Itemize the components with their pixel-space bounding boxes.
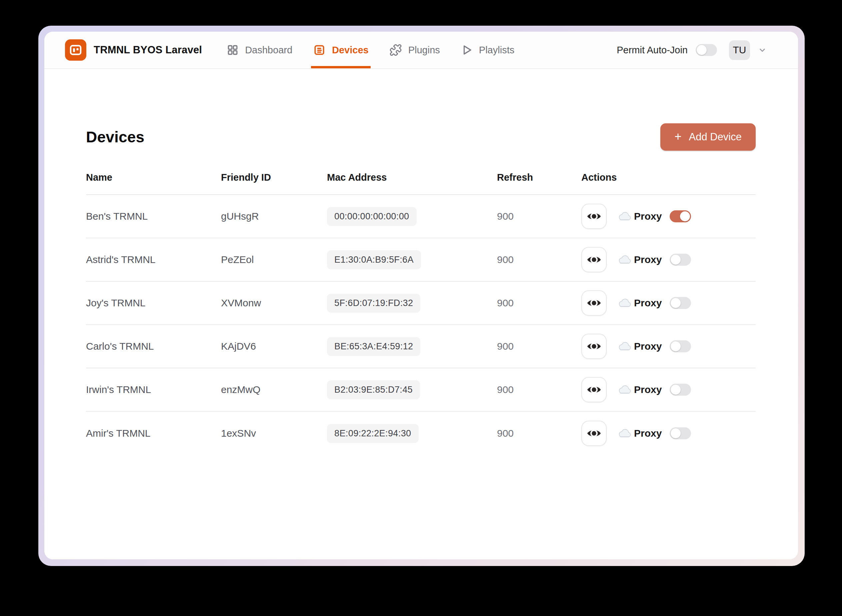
table-row: Irwin's TRMNL enzMwQ B2:03:9E:85:D7:45 9…: [86, 368, 755, 412]
device-table: Name Friendly ID Mac Address Refresh Act…: [86, 172, 755, 455]
topbar-right-cluster: Permit Auto-Join TU: [617, 40, 767, 60]
column-header-name: Name: [86, 172, 221, 183]
add-device-button[interactable]: + Add Device: [660, 123, 755, 151]
device-friendly-id: PeZEol: [221, 254, 327, 265]
table-row: Astrid's TRMNL PeZEol E1:30:0A:B9:5F:6A …: [86, 238, 755, 282]
device-mac: 00:00:00:00:00:00: [327, 207, 417, 226]
proxy-label: Proxy: [634, 254, 662, 265]
device-friendly-id: KAjDV6: [221, 341, 327, 352]
table-row: Carlo's TRMNL KAjDV6 BE:65:3A:E4:59:12 9…: [86, 325, 755, 368]
device-mac: BE:65:3A:E4:59:12: [327, 337, 420, 356]
nav-item-label: Dashboard: [245, 45, 292, 56]
nav-item-label: Devices: [332, 45, 369, 56]
nav-item-dashboard[interactable]: Dashboard: [227, 32, 292, 68]
device-name: Irwin's TRMNL: [86, 384, 221, 395]
eye-icon: [586, 297, 601, 309]
device-actions: Proxy: [581, 334, 755, 359]
device-actions: Proxy: [581, 204, 755, 229]
view-device-button[interactable]: [581, 290, 607, 316]
top-navigation-bar: TRMNL BYOS Laravel Dashboard: [44, 32, 798, 69]
add-device-button-label: Add Device: [689, 131, 742, 143]
eye-icon: [586, 384, 601, 396]
device-mac: 5F:6D:07:19:FD:32: [327, 294, 420, 313]
device-actions: Proxy: [581, 290, 755, 316]
nav-item-label: Plugins: [408, 45, 440, 56]
view-device-button[interactable]: [581, 247, 607, 272]
table-row: Amir's TRMNL 1exSNv 8E:09:22:2E:94:30 90…: [86, 412, 755, 455]
eye-icon: [586, 340, 601, 352]
view-device-button[interactable]: [581, 421, 607, 446]
nav-item-devices[interactable]: Devices: [313, 32, 369, 68]
cloud-icon: [619, 212, 631, 221]
device-table-body: Ben's TRMNL gUHsgR 00:00:00:00:00:00 900: [86, 195, 755, 455]
device-mac: B2:03:9E:85:D7:45: [327, 380, 420, 399]
proxy-toggle[interactable]: [670, 297, 691, 309]
nav-item-playlists[interactable]: Playlists: [461, 32, 514, 68]
device-friendly-id: enzMwQ: [221, 384, 327, 395]
page-header: Devices + Add Device: [86, 123, 755, 151]
device-mac: 8E:09:22:2E:94:30: [327, 424, 419, 443]
device-refresh: 900: [497, 297, 581, 309]
view-device-button[interactable]: [581, 204, 607, 229]
permit-auto-join-label: Permit Auto-Join: [617, 45, 688, 56]
view-device-button[interactable]: [581, 334, 607, 359]
plus-icon: +: [674, 131, 681, 143]
device-name: Joy's TRMNL: [86, 297, 221, 309]
proxy-toggle[interactable]: [670, 427, 691, 439]
proxy-label: Proxy: [634, 341, 662, 352]
app-window: TRMNL BYOS Laravel Dashboard: [38, 26, 805, 566]
proxy-toggle[interactable]: [670, 254, 691, 265]
chevron-down-icon[interactable]: [757, 45, 767, 55]
device-list-icon: [313, 44, 326, 56]
column-header-mac-address: Mac Address: [327, 172, 497, 183]
column-header-actions: Actions: [581, 172, 755, 183]
device-refresh: 900: [497, 341, 581, 352]
proxy-label: Proxy: [634, 297, 662, 309]
proxy-toggle[interactable]: [670, 384, 691, 396]
proxy-toggle[interactable]: [670, 210, 691, 222]
device-actions: Proxy: [581, 421, 755, 446]
proxy-label: Proxy: [634, 211, 662, 222]
trmnl-logo-icon: [65, 39, 87, 61]
user-avatar[interactable]: TU: [729, 40, 750, 60]
device-table-header: Name Friendly ID Mac Address Refresh Act…: [86, 172, 755, 195]
proxy-label: Proxy: [634, 384, 662, 395]
device-friendly-id: XVMonw: [221, 297, 327, 309]
puzzle-icon: [389, 44, 402, 56]
table-row: Ben's TRMNL gUHsgR 00:00:00:00:00:00 900: [86, 195, 755, 238]
play-icon: [461, 44, 473, 56]
page-title: Devices: [86, 128, 144, 146]
view-device-button[interactable]: [581, 377, 607, 402]
device-refresh: 900: [497, 384, 581, 395]
device-refresh: 900: [497, 428, 581, 439]
brand: TRMNL BYOS Laravel: [65, 39, 202, 61]
permit-auto-join-toggle[interactable]: [696, 44, 717, 56]
cloud-icon: [619, 298, 631, 308]
nav-item-label: Playlists: [479, 45, 514, 56]
device-refresh: 900: [497, 211, 581, 222]
nav-item-plugins[interactable]: Plugins: [389, 32, 440, 68]
device-friendly-id: 1exSNv: [221, 428, 327, 439]
app-title: TRMNL BYOS Laravel: [94, 44, 202, 56]
eye-icon: [586, 210, 601, 222]
devices-page: Devices + Add Device Name Friendly ID Ma…: [44, 69, 798, 559]
cloud-icon: [619, 385, 631, 395]
grid-icon: [227, 44, 239, 56]
eye-icon: [586, 254, 601, 265]
eye-icon: [586, 427, 601, 439]
device-name: Amir's TRMNL: [86, 428, 221, 439]
device-actions: Proxy: [581, 247, 755, 272]
device-name: Astrid's TRMNL: [86, 254, 221, 265]
cloud-icon: [619, 255, 631, 264]
device-friendly-id: gUHsgR: [221, 211, 327, 222]
main-nav: Dashboard Devices: [227, 32, 514, 68]
device-mac: E1:30:0A:B9:5F:6A: [327, 250, 421, 269]
cloud-icon: [619, 342, 631, 351]
table-row: Joy's TRMNL XVMonw 5F:6D:07:19:FD:32 900: [86, 282, 755, 325]
device-name: Carlo's TRMNL: [86, 341, 221, 352]
device-refresh: 900: [497, 254, 581, 265]
column-header-refresh: Refresh: [497, 172, 581, 183]
column-header-friendly-id: Friendly ID: [221, 172, 327, 183]
cloud-icon: [619, 429, 631, 438]
proxy-toggle[interactable]: [670, 340, 691, 352]
